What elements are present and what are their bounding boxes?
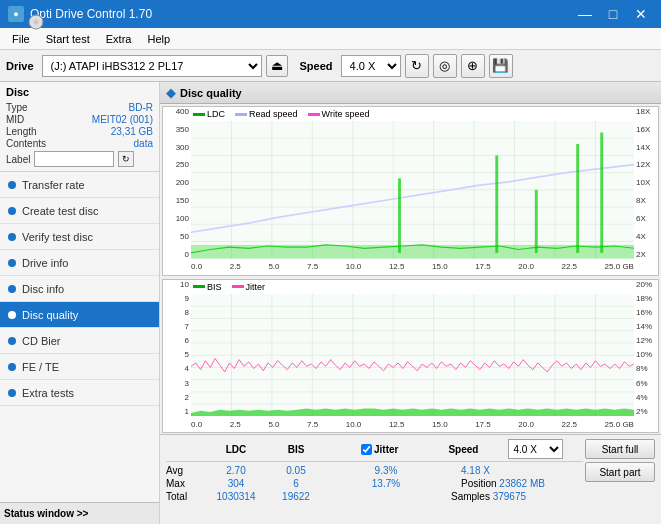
read-speed-legend-color <box>235 113 247 116</box>
nav-dot <box>8 285 16 293</box>
nav-dot <box>8 233 16 241</box>
bis-chart-legend: BIS Jitter <box>193 282 265 292</box>
write-speed-legend-color <box>308 113 320 116</box>
nav-list: Transfer rate Create test disc Verify te… <box>0 172 159 502</box>
start-full-button[interactable]: Start full <box>585 439 655 459</box>
nav-label: Verify test disc <box>22 231 93 243</box>
info-button[interactable]: ⊕ <box>461 54 485 78</box>
stats-buttons: Start full Start part <box>585 439 655 482</box>
nav-label: Create test disc <box>22 205 98 217</box>
nav-dot <box>8 389 16 397</box>
menu-extra[interactable]: Extra <box>98 31 140 47</box>
content-area: ◆ Disc quality <box>160 82 661 524</box>
nav-label: Extra tests <box>22 387 74 399</box>
bis-y-axis-left: 10 9 8 7 6 5 4 3 2 1 <box>163 280 191 416</box>
charts-container: LDC Read speed Write speed 400 350 300 <box>160 104 661 434</box>
menu-bar: File Start test Extra Help <box>0 28 661 50</box>
ldc-header: LDC <box>211 444 261 455</box>
eject-button[interactable]: ⏏ <box>266 55 288 77</box>
nav-label: Drive info <box>22 257 68 269</box>
avg-label: Avg <box>166 465 201 476</box>
bis-chart-grid <box>191 294 634 416</box>
ldc-legend-color <box>193 113 205 116</box>
contents-value: data <box>134 138 153 149</box>
contents-label: Contents <box>6 138 46 149</box>
ldc-y-axis-right: 18X 16X 14X 12X 10X 8X 6X 4X 2X <box>634 107 658 259</box>
nav-extra-tests[interactable]: Extra tests <box>0 380 159 406</box>
max-ldc: 304 <box>211 478 261 489</box>
maximize-button[interactable]: □ <box>601 5 625 23</box>
ldc-y-axis-left: 400 350 300 250 200 150 100 50 0 <box>163 107 191 259</box>
samples-label: Samples <box>451 491 490 502</box>
chart-title: Disc quality <box>180 87 242 99</box>
nav-drive-info[interactable]: Drive info <box>0 250 159 276</box>
jitter-legend-label: Jitter <box>246 282 266 292</box>
bis-chart: BIS Jitter 10 9 8 7 6 5 4 3 <box>162 279 659 433</box>
menu-help[interactable]: Help <box>139 31 178 47</box>
max-label: Max <box>166 478 201 489</box>
nav-create-test-disc[interactable]: Create test disc <box>0 198 159 224</box>
max-jitter: 13.7% <box>361 478 411 489</box>
disc-panel: Disc Type BD-R MID MEIT02 (001) Length 2… <box>0 82 159 172</box>
position-label: Position <box>461 478 497 489</box>
speed-label: Speed <box>300 60 333 72</box>
scan-button[interactable]: ◎ <box>433 54 457 78</box>
speed-select[interactable]: 4.0 X 1.0 X 2.0 X 8.0 X Max <box>341 55 401 77</box>
nav-disc-quality[interactable]: Disc quality <box>0 302 159 328</box>
label-refresh-button[interactable]: ↻ <box>118 151 134 167</box>
speed-dropdown[interactable]: 4.0 X <box>508 439 563 459</box>
save-button[interactable]: 💾 <box>489 54 513 78</box>
nav-dot <box>8 311 16 319</box>
refresh-button[interactable]: ↻ <box>405 54 429 78</box>
nav-disc-info[interactable]: Disc info <box>0 276 159 302</box>
nav-dot <box>8 181 16 189</box>
minimize-button[interactable]: — <box>573 5 597 23</box>
stats-footer: LDC BIS Jitter Speed 4.0 X <box>160 434 661 524</box>
svg-rect-25 <box>576 144 579 253</box>
status-window-button[interactable]: Status window >> <box>0 503 92 524</box>
disc-label-label: Label <box>6 154 30 165</box>
ldc-legend-label: LDC <box>207 109 225 119</box>
svg-point-2 <box>35 21 37 23</box>
nav-transfer-rate[interactable]: Transfer rate <box>0 172 159 198</box>
bis-header: BIS <box>271 444 321 455</box>
ldc-chart-legend: LDC Read speed Write speed <box>193 109 369 119</box>
nav-fe-te[interactable]: FE / TE <box>0 354 159 380</box>
speed-header: Speed <box>448 444 478 455</box>
menu-start-test[interactable]: Start test <box>38 31 98 47</box>
title-bar: ● Opti Drive Control 1.70 — □ ✕ <box>0 0 661 28</box>
stats-table: LDC BIS Jitter Speed 4.0 X <box>166 439 583 504</box>
bis-x-axis: 0.0 2.5 5.0 7.5 10.0 12.5 15.0 17.5 20.0… <box>191 416 634 432</box>
total-label: Total <box>166 491 201 502</box>
drive-select[interactable]: (J:) ATAPI iHBS312 2 PL17 <box>42 55 262 77</box>
length-value: 23,31 GB <box>111 126 153 137</box>
label-input[interactable] <box>34 151 114 167</box>
start-part-button[interactable]: Start part <box>585 462 655 482</box>
read-speed-legend-label: Read speed <box>249 109 298 119</box>
nav-verify-test-disc[interactable]: Verify test disc <box>0 224 159 250</box>
window-controls: — □ ✕ <box>573 5 653 23</box>
disc-icon <box>28 14 44 30</box>
avg-jitter: 9.3% <box>361 465 411 476</box>
close-button[interactable]: ✕ <box>629 5 653 23</box>
nav-label: Disc quality <box>22 309 78 321</box>
toolbar: Drive (J:) ATAPI iHBS312 2 PL17 ⏏ Speed … <box>0 50 661 82</box>
type-value: BD-R <box>129 102 153 113</box>
nav-dot <box>8 207 16 215</box>
drive-label: Drive <box>6 60 34 72</box>
svg-rect-23 <box>495 155 498 252</box>
length-label: Length <box>6 126 37 137</box>
avg-bis: 0.05 <box>271 465 321 476</box>
menu-file[interactable]: File <box>4 31 38 47</box>
samples-value: 379675 <box>493 491 526 502</box>
jitter-checkbox[interactable] <box>361 444 372 455</box>
nav-dot <box>8 259 16 267</box>
bis-y-axis-right: 20% 18% 16% 14% 12% 10% 8% 6% 4% 2% <box>634 280 658 416</box>
svg-rect-24 <box>535 190 538 253</box>
write-speed-legend-label: Write speed <box>322 109 370 119</box>
nav-cd-bier[interactable]: CD Bier <box>0 328 159 354</box>
chart-grid <box>191 121 634 259</box>
nav-label: Transfer rate <box>22 179 85 191</box>
chart-header: ◆ Disc quality <box>160 82 661 104</box>
avg-ldc: 2.70 <box>211 465 261 476</box>
